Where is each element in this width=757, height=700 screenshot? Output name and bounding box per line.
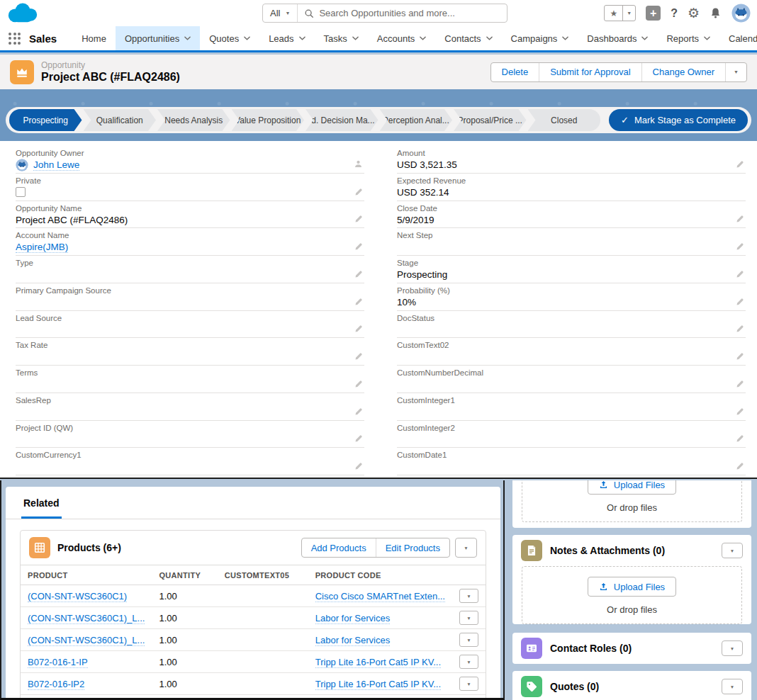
global-add-icon[interactable]: + xyxy=(646,6,661,21)
tab-quotes[interactable]: Quotes xyxy=(200,26,259,50)
tab-campaigns[interactable]: Campaigns xyxy=(502,26,578,50)
path-stage-closed[interactable]: Closed xyxy=(528,109,601,131)
notifications-bell-icon[interactable] xyxy=(710,7,722,19)
product-code-link[interactable]: Tripp Lite 16-Port Cat5 IP KV... xyxy=(315,657,441,668)
change-owner-icon[interactable] xyxy=(354,159,363,169)
tab-leads[interactable]: Leads xyxy=(259,26,314,50)
path-stage-proposal-price[interactable]: Proposal/Price ... xyxy=(454,109,527,131)
tab-dashboards[interactable]: Dashboards xyxy=(578,26,657,50)
help-icon[interactable]: ? xyxy=(671,7,678,20)
edit-pencil-icon[interactable] xyxy=(354,352,363,361)
product-link[interactable]: (CON-SNT-WSC360C1) xyxy=(28,591,127,602)
contact-roles-more-actions-button[interactable]: ▼ xyxy=(722,640,743,656)
tab-reports[interactable]: Reports xyxy=(657,26,719,50)
row-actions-button[interactable]: ▼ xyxy=(459,677,478,691)
file-dropzone[interactable]: Upload Files Or drop files xyxy=(522,480,742,522)
edit-pencil-icon[interactable] xyxy=(354,188,363,197)
private-checkbox[interactable] xyxy=(16,187,26,197)
record-header-text: Opportunity Project ABC (#FLAQ2486) xyxy=(41,60,180,84)
row-actions-button[interactable]: ▼ xyxy=(459,655,478,669)
edit-pencil-icon[interactable] xyxy=(354,298,363,307)
tab-tasks[interactable]: Tasks xyxy=(315,26,368,50)
edit-pencil-icon[interactable] xyxy=(735,160,744,169)
edit-pencil-icon[interactable] xyxy=(354,462,363,471)
file-dropzone[interactable]: Upload Files Or drop files xyxy=(522,566,742,624)
row-actions-button[interactable]: ▼ xyxy=(459,589,478,603)
path-stage-perception-analysis[interactable]: Perception Anal... xyxy=(380,109,453,131)
edit-pencil-icon[interactable] xyxy=(354,324,363,334)
tab-calendar[interactable]: Calendar xyxy=(719,26,757,50)
search-scope-dropdown[interactable]: All ▼ xyxy=(263,4,298,22)
product-link[interactable]: B072-016-1-IP xyxy=(28,657,88,668)
field-probability: Probability (%) 10% xyxy=(397,283,746,311)
favorites-star-icon[interactable]: ★ xyxy=(605,9,622,18)
quotes-title[interactable]: Quotes (0) xyxy=(550,681,599,692)
edit-pencil-icon[interactable] xyxy=(354,407,363,417)
edit-pencil-icon[interactable] xyxy=(735,407,744,417)
edit-pencil-icon[interactable] xyxy=(735,242,744,252)
submit-for-approval-button[interactable]: Submit for Approval xyxy=(539,63,641,81)
quotes-more-actions-button[interactable]: ▼ xyxy=(722,679,743,694)
upload-files-button[interactable]: Upload Files xyxy=(588,577,676,597)
tab-opportunities[interactable]: Opportunities xyxy=(116,26,200,50)
edit-pencil-icon[interactable] xyxy=(735,324,744,334)
product-code-link[interactable]: Labor for Services xyxy=(315,635,391,646)
notes-more-actions-button[interactable]: ▼ xyxy=(722,543,743,558)
more-actions-button[interactable]: ▼ xyxy=(726,63,746,81)
tab-related[interactable]: Related xyxy=(21,497,62,519)
opportunity-entity-icon xyxy=(10,60,34,84)
delete-button[interactable]: Delete xyxy=(491,63,540,81)
path-stage-qualification[interactable]: Qualification xyxy=(84,109,157,131)
edit-pencil-icon[interactable] xyxy=(735,270,744,279)
path-stage-needs-analysis[interactable]: Needs Analysis xyxy=(157,109,230,131)
chevron-down-icon xyxy=(704,36,710,40)
owner-link[interactable]: John Lewe xyxy=(33,159,79,171)
upload-files-button[interactable]: Upload Files xyxy=(588,480,676,495)
add-products-button[interactable]: Add Products xyxy=(302,538,376,557)
edit-pencil-icon[interactable] xyxy=(735,215,744,224)
edit-pencil-icon[interactable] xyxy=(735,434,744,444)
tab-contacts[interactable]: Contacts xyxy=(435,26,501,50)
products-title[interactable]: Products (6+) xyxy=(57,542,121,553)
notes-attachments-header: Notes & Attachments (0) ▼ xyxy=(512,535,751,566)
user-avatar[interactable] xyxy=(731,4,751,23)
edit-pencil-icon[interactable] xyxy=(735,380,744,389)
product-code-link[interactable]: Tripp Lite 16-Port Cat5 IP KV... xyxy=(315,679,441,690)
row-actions-button[interactable]: ▼ xyxy=(459,633,478,647)
tab-home[interactable]: Home xyxy=(72,26,116,50)
favorites-dropdown[interactable]: ▼ xyxy=(622,6,635,21)
setup-gear-icon[interactable]: ⚙ xyxy=(688,6,700,20)
tab-accounts[interactable]: Accounts xyxy=(368,26,435,50)
edit-pencil-icon[interactable] xyxy=(735,462,744,471)
edit-products-button[interactable]: Edit Products xyxy=(376,538,449,557)
app-launcher-icon[interactable] xyxy=(9,33,21,45)
edit-pencil-icon[interactable] xyxy=(735,352,744,361)
row-actions-button[interactable]: ▼ xyxy=(459,611,478,625)
path-stage-value-proposition[interactable]: Value Proposition xyxy=(232,109,305,131)
account-link[interactable]: Aspire(JMB) xyxy=(16,242,68,253)
edit-pencil-icon[interactable] xyxy=(735,298,744,307)
path-stage-id-decision-makers[interactable]: Id. Decision Ma... xyxy=(305,109,378,131)
notes-attachments-title[interactable]: Notes & Attachments (0) xyxy=(550,545,665,556)
edit-pencil-icon[interactable] xyxy=(354,380,363,389)
table-row: (CON-SNT-WSC360C1)_L... 1.00 Labor for S… xyxy=(21,607,486,629)
change-owner-button[interactable]: Change Owner xyxy=(642,63,726,81)
contact-roles-title[interactable]: Contact Roles (0) xyxy=(550,643,632,654)
products-more-actions-button[interactable]: ▼ xyxy=(455,538,477,558)
check-icon: ✓ xyxy=(621,115,629,125)
search-input[interactable] xyxy=(314,8,507,18)
product-link[interactable]: (CON-SNT-WSC360C1)_L... xyxy=(28,613,145,624)
product-link[interactable]: B072-016-IP2 xyxy=(28,679,84,690)
edit-pencil-icon[interactable] xyxy=(354,242,363,252)
mark-stage-complete-button[interactable]: ✓ Mark Stage as Complete xyxy=(609,109,748,131)
header-utility-icons: ★ ▼ + ? ⚙ xyxy=(604,4,751,23)
product-link[interactable]: (CON-SNT-WSC360C1)_L... xyxy=(28,635,145,646)
edit-pencil-icon[interactable] xyxy=(354,270,363,279)
path-stage-prospecting[interactable]: Prospecting xyxy=(9,109,82,131)
salesforce-logo-icon[interactable] xyxy=(6,2,40,23)
product-code-link[interactable]: Cisco Cisco SMARTnet Exten... xyxy=(315,591,445,602)
product-code-link[interactable]: Labor for Services xyxy=(315,613,391,624)
edit-pencil-icon[interactable] xyxy=(354,215,363,224)
field-salesrep: SalesRep xyxy=(16,393,364,421)
edit-pencil-icon[interactable] xyxy=(354,434,363,444)
